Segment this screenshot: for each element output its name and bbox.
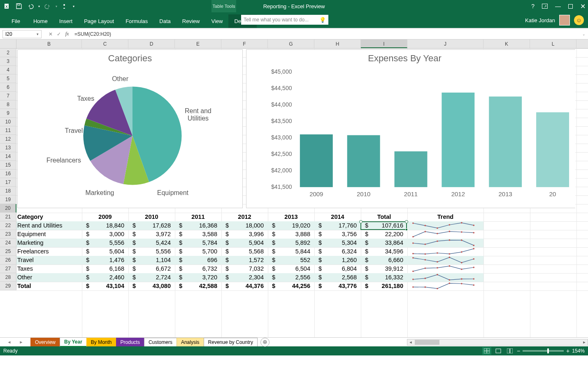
accept-formula-icon[interactable]: ✓ [55, 31, 63, 37]
zoom-thumb[interactable] [547, 348, 549, 353]
table-cell-category[interactable]: Equipment [16, 230, 82, 239]
table-cell[interactable]: $6,804 [314, 265, 361, 273]
table-cell-category[interactable]: Rent and Utilities [16, 221, 82, 230]
table-cell[interactable]: $22,200 [361, 230, 407, 239]
feedback-smiley-icon[interactable]: ☺ [574, 15, 584, 25]
table-cell[interactable]: $6,324 [314, 247, 361, 256]
row-header-17[interactable]: 17 [0, 178, 16, 187]
row-header-15[interactable]: 15 [0, 161, 16, 169]
table-cell[interactable]: $1,260 [314, 256, 361, 265]
hscroll-thumb[interactable] [415, 340, 439, 345]
row-header-12[interactable]: 12 [0, 135, 16, 144]
save-icon[interactable] [14, 1, 24, 11]
table-cell[interactable]: $3,000 [82, 230, 128, 239]
user-name[interactable]: Katie Jordan [525, 17, 555, 23]
table-cell[interactable]: $43,776 [314, 282, 361, 290]
page-layout-view-icon[interactable] [494, 347, 503, 355]
row-header-16[interactable]: 16 [0, 169, 16, 178]
col-header-K[interactable]: K [483, 39, 530, 48]
table-cell[interactable]: $5,892 [268, 239, 314, 247]
sheet-tab-analysis[interactable]: Analysis [177, 338, 204, 346]
home-tab[interactable]: Home [28, 14, 53, 28]
row-header-26[interactable]: 26 [0, 256, 16, 265]
insert-function-icon[interactable]: fx [63, 31, 71, 37]
table-header[interactable]: 2012 [221, 213, 268, 221]
row-header-24[interactable]: 24 [0, 239, 16, 247]
col-header-L[interactable]: L [530, 39, 576, 48]
grid-canvas[interactable]: Categories Rent andUtilities Equipment M… [16, 49, 588, 337]
row-header-21[interactable]: 21 [0, 213, 16, 221]
maximize-icon[interactable] [568, 4, 573, 9]
table-cell[interactable]: $5,568 [221, 247, 268, 256]
sparkline[interactable] [407, 221, 483, 230]
row-header-9[interactable]: 9 [0, 109, 16, 118]
select-all-corner[interactable] [0, 39, 16, 48]
table-cell-category[interactable]: Total [16, 282, 82, 290]
table-cell[interactable]: $1,104 [128, 256, 175, 265]
sheet-tab-customers[interactable]: Customers [144, 338, 177, 346]
sparkline[interactable] [407, 273, 483, 282]
sparkline[interactable] [407, 239, 483, 247]
table-cell[interactable]: $43,080 [128, 282, 175, 290]
table-header[interactable]: 2009 [82, 213, 128, 221]
zoom-slider[interactable] [523, 350, 564, 352]
col-header-G[interactable]: G [268, 39, 314, 48]
table-cell[interactable]: $107,616 [361, 221, 407, 230]
sparkline[interactable] [407, 230, 483, 239]
table-cell[interactable]: $44,256 [268, 282, 314, 290]
redo-icon[interactable] [43, 1, 53, 11]
row-header-6[interactable]: 6 [0, 83, 16, 92]
table-cell[interactable]: $2,460 [82, 273, 128, 282]
formula-input[interactable]: =SUM(C20:H20) [71, 31, 581, 37]
sparkline[interactable] [407, 247, 483, 256]
table-cell[interactable]: $2,568 [314, 273, 361, 282]
table-cell[interactable]: $16,368 [175, 221, 221, 230]
table-cell[interactable]: $42,588 [175, 282, 221, 290]
table-header[interactable]: Total [361, 213, 407, 221]
table-cell[interactable]: $5,556 [128, 247, 175, 256]
spreadsheet-grid[interactable]: B C D E F G H I J K L 234567891011121314… [0, 39, 588, 337]
table-cell-category[interactable]: Marketing [16, 239, 82, 247]
normal-view-icon[interactable] [482, 347, 491, 355]
page-break-view-icon[interactable] [505, 347, 514, 355]
table-cell-category[interactable]: Travel [16, 256, 82, 265]
user-avatar[interactable] [559, 15, 570, 26]
table-header[interactable]: Category [16, 213, 82, 221]
table-cell[interactable]: $19,020 [268, 221, 314, 230]
table-cell[interactable]: $2,724 [128, 273, 175, 282]
table-cell[interactable]: $552 [268, 256, 314, 265]
row-header-13[interactable]: 13 [0, 144, 16, 152]
undo-dropdown-icon[interactable]: ▾ [37, 1, 41, 11]
zoom-in-icon[interactable]: + [566, 348, 569, 354]
cancel-formula-icon[interactable]: ✕ [46, 31, 55, 37]
zoom-level[interactable]: 154% [572, 348, 585, 354]
expand-formula-bar-icon[interactable]: ⌄ [581, 32, 588, 36]
review-tab[interactable]: Review [177, 14, 206, 28]
table-cell[interactable]: $6,168 [82, 265, 128, 273]
table-cell[interactable]: $39,912 [361, 265, 407, 273]
table-cell[interactable]: $17,760 [314, 221, 361, 230]
table-cell[interactable]: $16,332 [361, 273, 407, 282]
table-header[interactable]: 2011 [175, 213, 221, 221]
sheet-tab-by-year[interactable]: By Year [60, 337, 87, 347]
table-cell[interactable]: $3,756 [314, 230, 361, 239]
row-header-2[interactable]: 2 [0, 49, 16, 57]
row-header-5[interactable]: 5 [0, 74, 16, 83]
table-cell[interactable]: $5,844 [268, 247, 314, 256]
table-cell[interactable]: $5,784 [175, 239, 221, 247]
table-header[interactable]: 2014 [314, 213, 361, 221]
row-header-3[interactable]: 3 [0, 57, 16, 66]
col-header-C[interactable]: C [82, 39, 128, 48]
row-header-18[interactable]: 18 [0, 187, 16, 195]
table-cell[interactable]: $261,180 [361, 282, 407, 290]
name-box[interactable]: I20 ▾ [2, 30, 42, 38]
col-header-I[interactable]: I [361, 39, 407, 48]
insert-tab[interactable]: Insert [53, 14, 79, 28]
pie-chart[interactable]: Categories Rent andUtilities Equipment M… [17, 49, 243, 208]
sparkline[interactable] [407, 282, 483, 290]
table-cell[interactable]: $6,660 [361, 256, 407, 265]
table-cell[interactable]: $43,104 [82, 282, 128, 290]
row-header-19[interactable]: 19 [0, 195, 16, 204]
table-header[interactable]: 2013 [268, 213, 314, 221]
table-cell-category[interactable]: Taxes [16, 265, 82, 273]
